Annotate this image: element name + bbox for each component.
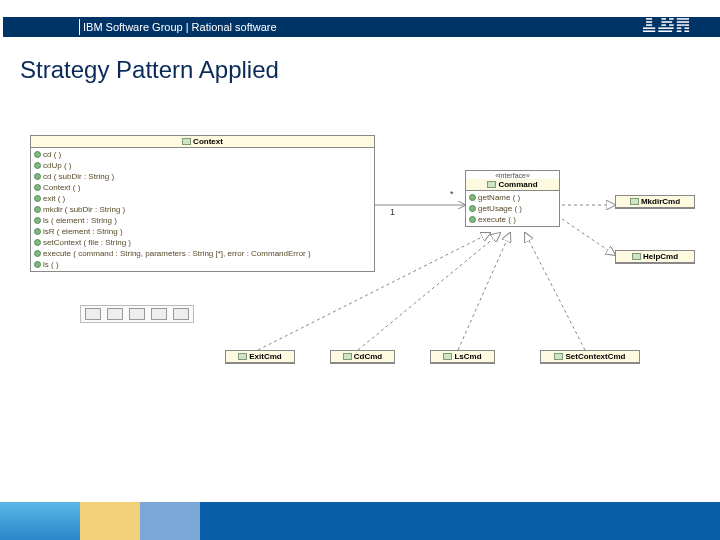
operation-icon	[34, 250, 41, 257]
svg-rect-26	[684, 27, 689, 29]
svg-rect-9	[661, 18, 666, 20]
svg-rect-27	[677, 30, 682, 32]
svg-rect-4	[646, 24, 652, 26]
svg-rect-17	[684, 12, 689, 14]
class-context[interactable]: Context cd ( ) cdUp ( ) cd ( subDir : St…	[30, 135, 375, 272]
header-text: IBM Software Group | Rational software	[83, 21, 277, 33]
palette-button[interactable]	[107, 308, 123, 320]
operation-icon	[34, 217, 41, 224]
footer-image	[80, 502, 140, 540]
svg-rect-2	[646, 18, 652, 20]
page-title: Strategy Pattern Applied	[20, 56, 279, 84]
svg-rect-14	[658, 27, 673, 29]
class-cdcmd[interactable]: CdCmd	[330, 350, 395, 364]
header-divider	[79, 19, 80, 35]
svg-rect-16	[677, 12, 682, 14]
svg-rect-3	[646, 21, 652, 23]
palette-button[interactable]	[151, 308, 167, 320]
class-icon	[443, 353, 452, 360]
class-name: HelpCmd	[643, 252, 678, 261]
class-helpcmd[interactable]: HelpCmd	[615, 250, 695, 264]
interface-command[interactable]: «interface» Command getName ( ) getUsage…	[465, 170, 560, 227]
svg-rect-21	[677, 21, 689, 23]
class-icon	[632, 253, 641, 260]
diagram-palette	[80, 305, 194, 323]
interface-operations: getName ( ) getUsage ( ) execute ( )	[466, 191, 559, 226]
operation-icon	[34, 184, 41, 191]
class-icon	[554, 353, 563, 360]
operation-icon	[469, 205, 476, 212]
multiplicity-one: 1	[390, 207, 395, 217]
operation-icon	[34, 239, 41, 246]
svg-rect-23	[681, 24, 684, 26]
svg-rect-28	[684, 30, 689, 32]
svg-rect-12	[661, 24, 666, 26]
svg-rect-24	[684, 24, 689, 26]
class-icon	[182, 138, 191, 145]
operation-icon	[34, 228, 41, 235]
class-exitcmd[interactable]: ExitCmd	[225, 350, 295, 364]
svg-rect-1	[643, 15, 655, 17]
footer-image	[140, 502, 200, 540]
svg-rect-22	[677, 24, 682, 26]
class-name: CdCmd	[354, 352, 382, 361]
multiplicity-star: *	[450, 189, 454, 199]
svg-line-33	[358, 233, 500, 350]
svg-rect-19	[683, 15, 689, 17]
svg-rect-8	[658, 15, 673, 17]
class-name: MkdirCmd	[641, 197, 680, 206]
svg-rect-18	[677, 15, 683, 17]
svg-rect-15	[658, 30, 672, 32]
class-name: SetContextCmd	[565, 352, 625, 361]
operation-icon	[34, 195, 41, 202]
svg-rect-25	[677, 27, 682, 29]
class-name: LsCmd	[454, 352, 481, 361]
operation-icon	[34, 162, 41, 169]
svg-line-35	[525, 233, 585, 350]
class-operations: cd ( ) cdUp ( ) cd ( subDir : String ) C…	[31, 148, 374, 271]
class-icon	[238, 353, 247, 360]
operation-icon	[469, 216, 476, 223]
operation-icon	[34, 173, 41, 180]
operation-icon	[34, 261, 41, 268]
palette-button[interactable]	[129, 308, 145, 320]
svg-rect-6	[643, 30, 655, 32]
uml-diagram: 1 * Context cd ( ) cdUp ( ) cd ( subDir …	[0, 135, 720, 415]
interface-icon	[487, 181, 496, 188]
class-lscmd[interactable]: LsCmd	[430, 350, 495, 364]
footer-band	[0, 502, 720, 540]
class-setcontextcmd[interactable]: SetContextCmd	[540, 350, 640, 364]
header-bar: IBM Software Group | Rational software	[0, 17, 720, 37]
svg-line-34	[458, 233, 510, 350]
class-name: Context	[193, 137, 223, 146]
svg-rect-13	[669, 24, 674, 26]
class-icon	[343, 353, 352, 360]
class-mkdircmd[interactable]: MkdirCmd	[615, 195, 695, 209]
interface-name: Command	[498, 180, 537, 189]
palette-button[interactable]	[85, 308, 101, 320]
svg-rect-0	[643, 12, 655, 14]
footer-image	[200, 502, 720, 540]
class-name: ExitCmd	[249, 352, 281, 361]
footer-image	[0, 502, 80, 540]
operation-icon	[469, 194, 476, 201]
svg-line-31	[562, 219, 615, 255]
class-icon	[630, 198, 639, 205]
svg-rect-10	[669, 18, 674, 20]
svg-rect-20	[677, 18, 689, 20]
svg-rect-7	[658, 12, 672, 14]
operation-icon	[34, 206, 41, 213]
palette-button[interactable]	[173, 308, 189, 320]
ibm-logo	[642, 12, 690, 32]
svg-rect-11	[661, 21, 672, 23]
svg-rect-5	[643, 27, 655, 29]
operation-icon	[34, 151, 41, 158]
stereotype: «interface»	[466, 171, 559, 179]
